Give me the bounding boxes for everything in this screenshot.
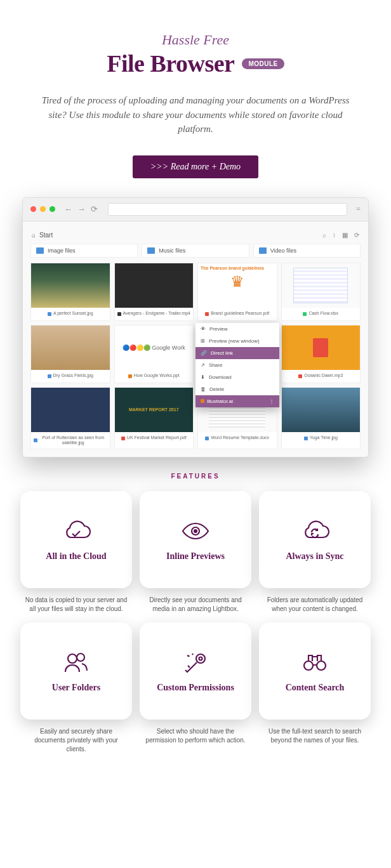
browser-menu-icon: ≡ (356, 204, 361, 214)
features-divider: FEATURES (19, 473, 372, 480)
search-icon: ⌕ (322, 232, 326, 239)
file-card: 👁Preview ⊞Preview (new window) 🔗Direct l… (197, 325, 277, 383)
page-title: File Browser (107, 49, 234, 77)
browser-titlebar: ←→⟳ ≡ (23, 198, 368, 221)
description-text: Tired of the process of uploading and ma… (32, 93, 359, 136)
browser-mockup: ←→⟳ ≡ ⌂ Start ⌕ ↕ ▦ ⟳ Image files Music … (22, 197, 369, 458)
module-badge: MODULE (242, 58, 284, 69)
grid-icon: ▦ (342, 232, 348, 239)
sort-icon: ↕ (333, 232, 336, 239)
sync-cloud-icon (299, 518, 331, 544)
feature-title: Custom Permissions (157, 683, 234, 693)
cloud-icon (60, 518, 92, 544)
folder-chip: Image files (30, 244, 138, 258)
more-icon[interactable]: ⋮ (269, 398, 274, 404)
file-card: The Pearson brand guidelines♛Brand guide… (197, 263, 277, 321)
folder-icon (259, 247, 267, 254)
window-minimize-icon (40, 206, 46, 212)
download-icon: ⬇ (201, 374, 205, 380)
ctx-preview[interactable]: 👁Preview (196, 323, 279, 335)
window-maximize-icon (50, 206, 55, 212)
file-card: Cash Flow.xlsx (281, 263, 361, 321)
svg-point-3 (77, 654, 84, 661)
ctx-preview-new[interactable]: ⊞Preview (new window) (196, 335, 279, 347)
file-card: Yoga Time.jpg (281, 387, 361, 450)
feature-title: Always in Sync (286, 551, 343, 562)
key-icon (180, 650, 211, 675)
feature-desc: Use the full-text search to search beyon… (259, 727, 371, 745)
feature-title: Content Search (286, 683, 345, 693)
file-card: MARKET REPORT 2017UK Festival Market Rep… (114, 387, 194, 450)
file-card: Avengers - Endgame - Trailer.mp4 (114, 263, 194, 321)
feature-search: Content Search Use the full-text search … (259, 622, 371, 754)
binoculars-icon (299, 650, 331, 675)
link-icon: 🔗 (201, 350, 207, 356)
ctx-download[interactable]: ⬇Download (196, 371, 279, 383)
ctx-direct-link[interactable]: 🔗Direct link (196, 347, 279, 359)
svg-rect-6 (304, 661, 313, 670)
window-icon: ⊞ (201, 338, 205, 344)
folder-chip: Video files (253, 244, 361, 258)
feature-desc: No data is copied to your server and all… (20, 596, 132, 614)
window-close-icon (30, 206, 36, 212)
page-header: Hassle Free File Browser MODULE (19, 32, 372, 77)
file-card: A perfect Sunset.jpg (30, 263, 110, 321)
file-card: Port of Rotterdam as seen from satellite… (30, 387, 110, 450)
breadcrumb: Start (39, 232, 53, 239)
read-more-button[interactable]: >>> Read more + Demo (133, 155, 258, 178)
eye-icon: 👁 (201, 326, 206, 332)
feature-desc: Select who should have the permission to… (140, 727, 251, 745)
file-card: Dry Grass Fields.jpg (30, 325, 110, 383)
folder-icon (147, 247, 155, 254)
feature-sync: Always in Sync Folders are automatically… (259, 491, 371, 614)
feature-cloud: All in the Cloud No data is copied to yo… (20, 491, 132, 614)
browser-nav-icons: ←→⟳ (64, 204, 98, 214)
svg-rect-7 (317, 661, 326, 670)
header-subtitle: Hassle Free (19, 32, 372, 48)
url-bar (108, 203, 347, 216)
feature-title: Inline Previews (166, 551, 225, 562)
feature-desc: Easily and securely share documents priv… (20, 727, 132, 754)
users-icon (60, 650, 92, 675)
svg-point-4 (196, 654, 205, 663)
svg-point-5 (199, 657, 202, 660)
share-icon: ↗ (201, 362, 205, 368)
folder-icon (36, 247, 44, 254)
trash-icon: 🗑 (201, 386, 206, 392)
context-menu: 👁Preview ⊞Preview (new window) 🔗Direct l… (196, 323, 279, 407)
feature-user-folders: User Folders Easily and securely share d… (20, 622, 132, 754)
feature-title: All in the Cloud (46, 551, 106, 562)
svg-point-1 (194, 530, 197, 532)
feature-permissions: Custom Permissions Select who should hav… (140, 622, 251, 754)
ctx-share[interactable]: ↗Share (196, 359, 279, 371)
feature-desc: Directly see your documents and media in… (140, 596, 251, 614)
folder-chip: Music files (142, 244, 249, 258)
svg-point-2 (68, 654, 77, 663)
home-icon: ⌂ (32, 232, 36, 239)
eye-icon (180, 518, 211, 544)
feature-previews: Inline Previews Directly see your docume… (140, 491, 251, 614)
feature-desc: Folders are automatically updated when y… (259, 596, 371, 614)
refresh-icon: ⟳ (354, 232, 359, 239)
file-card: Oceanic Dawn.mp3 (281, 325, 361, 383)
feature-title: User Folders (52, 683, 100, 693)
file-card: 🔵🔴🟡🟢 Google WorkHow Google Works.ppt (114, 325, 194, 383)
ctx-delete[interactable]: 🗑Delete (196, 383, 279, 395)
